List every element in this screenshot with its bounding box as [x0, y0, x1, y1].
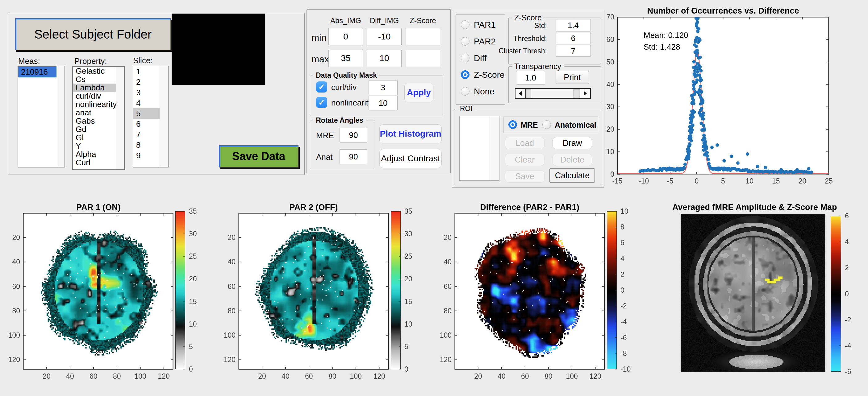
transparency-input[interactable] — [516, 71, 545, 85]
slice-item[interactable]: 7 — [133, 129, 160, 140]
anat-angle-label: Anat — [316, 152, 333, 162]
property-item[interactable]: Gd — [73, 125, 116, 134]
slice-item[interactable]: 9 — [133, 150, 160, 161]
property-listbox[interactable]: GelasticCsLambdacurl/divnonlinearityanat… — [72, 66, 125, 170]
curl-div-checkbox-label: curl/div — [331, 82, 356, 92]
meas-listbox[interactable]: 210916 — [18, 66, 65, 167]
meas-label: Meas: — [18, 57, 40, 66]
slider-right-arrow-icon[interactable] — [580, 89, 590, 98]
nonlinearity-value-input[interactable] — [369, 96, 398, 110]
nonlinearity-checkbox[interactable] — [316, 97, 327, 108]
curl-div-checkbox[interactable] — [316, 81, 327, 93]
min-row-label: min — [311, 32, 326, 43]
property-item[interactable]: anat — [73, 108, 116, 117]
property-item[interactable]: Alpha — [73, 150, 116, 159]
transparency-group: Transparency Print — [508, 66, 601, 103]
abs-max-input[interactable] — [329, 50, 363, 67]
abs-img-column-header: Abs_IMG — [329, 16, 363, 25]
roi-target-radio-mre[interactable] — [508, 120, 517, 129]
property-scrollbar[interactable] — [116, 67, 124, 169]
par2-title: PAR 2 (OFF) — [239, 203, 389, 212]
slice-item[interactable]: 8 — [133, 140, 160, 150]
slider-thumb[interactable] — [531, 89, 574, 98]
save-data-button[interactable]: Save Data — [219, 145, 299, 167]
diff-min-input[interactable] — [367, 28, 402, 45]
view-radio-par2[interactable] — [461, 37, 469, 46]
meas-item[interactable]: 210916 — [18, 66, 57, 77]
view-radio-diff[interactable] — [461, 54, 469, 62]
slider-track[interactable] — [526, 89, 580, 98]
roi-load-button[interactable]: Load — [505, 137, 545, 149]
view-radio-z-score[interactable] — [461, 70, 469, 79]
data-quality-mask-group: Data Quality Mask curl/div nonlinearity … — [310, 75, 443, 116]
property-item[interactable]: Curl — [73, 159, 116, 167]
property-item[interactable]: Gabs — [73, 117, 116, 125]
threshold-input[interactable] — [556, 32, 591, 44]
property-item[interactable]: Gl — [73, 134, 116, 142]
property-item[interactable]: nonlinearity — [73, 100, 116, 108]
roi-draw-button[interactable]: Draw — [553, 137, 592, 149]
z-score-column-header: Z-Score — [406, 16, 440, 25]
anat-angle-input[interactable] — [340, 149, 367, 164]
roi-delete-button[interactable]: Delete — [553, 154, 592, 166]
std-input[interactable] — [556, 19, 591, 31]
slice-item[interactable]: 2 — [133, 77, 160, 87]
transparency-group-title: Transparency — [512, 62, 564, 71]
print-button[interactable]: Print — [556, 71, 589, 84]
std-label: Std: — [534, 22, 547, 30]
app-window: Select Subject Folder Meas: 210916 Prope… — [0, 0, 868, 396]
slice-item[interactable]: 3 — [133, 87, 160, 98]
roi-save-button[interactable]: Save — [505, 170, 545, 183]
view-radio-none[interactable] — [461, 87, 469, 96]
mre-angle-input[interactable] — [340, 128, 367, 142]
rotate-angles-title: Rotate Angles — [313, 116, 366, 125]
zscore-min-input[interactable] — [406, 28, 440, 45]
roi-listbox[interactable] — [459, 116, 499, 181]
slice-item[interactable]: 4 — [133, 98, 160, 108]
view-radio-label-par2: PAR2 — [474, 37, 496, 46]
adjust-contrast-button[interactable]: Adjust Contrast — [379, 149, 442, 168]
mre-angle-label: MRE — [316, 131, 334, 140]
property-item[interactable]: Gelastic — [73, 67, 116, 75]
slider-left-arrow-icon[interactable] — [516, 89, 526, 98]
view-radio-label-diff: Diff — [474, 53, 487, 63]
cluster-thresh-input[interactable] — [556, 45, 591, 57]
zscore-group-title: Z-Score — [512, 13, 544, 22]
view-radio-par1[interactable] — [461, 20, 469, 29]
property-item[interactable]: Cs — [73, 75, 116, 84]
abs-min-input[interactable] — [329, 28, 363, 45]
cluster-thresh-label: Cluster Thresh: — [498, 47, 547, 55]
roi-clear-button[interactable]: Clear — [505, 154, 545, 166]
roi-target-label-mre: MRE — [521, 121, 538, 130]
zmap-title: Averaged fMRE Amplitude & Z-Score Map — [672, 203, 833, 212]
select-subject-folder-button[interactable]: Select Subject Folder — [15, 18, 171, 50]
slice-scrollbar[interactable] — [160, 66, 168, 167]
roi-target-radio-anatomical[interactable] — [542, 120, 551, 129]
slice-listbox[interactable]: 123456789 — [133, 66, 168, 167]
diff-plot — [438, 202, 642, 387]
apply-button-label: Apply — [407, 88, 431, 97]
max-row-label: max — [311, 54, 329, 64]
meas-scrollbar[interactable] — [58, 66, 64, 167]
roi-group-title: ROI — [458, 104, 475, 113]
roi-target-radio-group: MREAnatomical — [503, 117, 598, 133]
display-panel: PAR1PAR2DiffZ-ScoreNone Z-Score Std: Thr… — [452, 10, 604, 188]
roi-scrollbar[interactable] — [490, 116, 499, 180]
property-item[interactable]: Lambda — [73, 84, 116, 92]
preview-image-placeholder — [172, 13, 265, 85]
plot-histogram-button[interactable]: Plot Histogram — [379, 124, 442, 143]
slice-item[interactable]: 1 — [133, 66, 160, 77]
transparency-slider[interactable] — [515, 88, 591, 99]
property-label: Property: — [74, 57, 107, 66]
slice-item[interactable]: 6 — [133, 119, 160, 129]
property-item[interactable]: Y — [73, 142, 116, 150]
diff-max-input[interactable] — [367, 50, 402, 67]
curl-div-value-input[interactable] — [369, 80, 398, 95]
property-item[interactable]: curl/div — [73, 92, 116, 100]
diff-title: Difference (PAR2 - PAR1) — [455, 203, 605, 212]
zscore-max-input[interactable] — [406, 50, 440, 67]
par2-plot — [222, 202, 425, 387]
roi-calculate-button[interactable]: Calculate — [550, 168, 595, 183]
slice-item[interactable]: 5 — [133, 108, 160, 119]
apply-button[interactable]: Apply — [404, 82, 433, 102]
